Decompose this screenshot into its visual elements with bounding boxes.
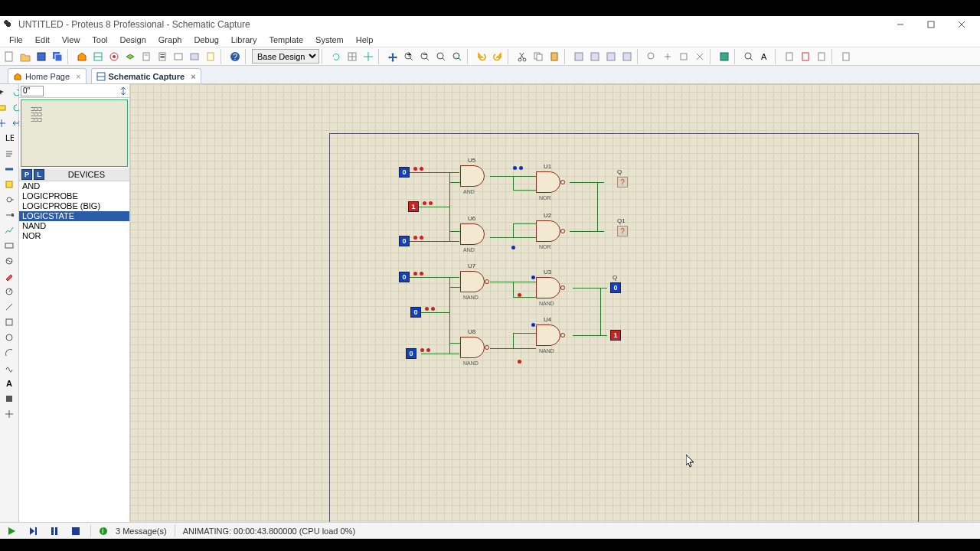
copy-icon[interactable]	[531, 49, 546, 64]
wire-autoroute-icon[interactable]	[717, 49, 732, 64]
redo-icon[interactable]	[490, 49, 505, 64]
bus-mode-icon[interactable]	[2, 162, 16, 176]
text-2d-icon[interactable]: A	[2, 377, 16, 390]
gate-u6[interactable]: U6 AND	[460, 223, 485, 245]
block-delete-icon[interactable]	[619, 49, 635, 64]
probe-mode-icon[interactable]	[2, 269, 16, 283]
gate-u8[interactable]: U8 NAND	[460, 337, 485, 358]
zoom-fit-icon[interactable]	[433, 49, 449, 64]
packaging-icon[interactable]	[676, 49, 691, 64]
save-all-icon[interactable]	[50, 49, 65, 64]
logicstate-input[interactable]: 0	[406, 348, 416, 359]
line-2d-icon[interactable]	[2, 300, 16, 314]
erc-icon[interactable]	[838, 49, 854, 64]
overview-window[interactable]: ⊐⊐⊐⊐⊐⊐⊐⊐⊐	[21, 99, 128, 167]
maximize-button[interactable]	[916, 16, 946, 32]
gate-u1[interactable]: U1 NOR	[536, 171, 560, 193]
tape-mode-icon[interactable]	[2, 239, 16, 253]
gate-u7[interactable]: U7 NAND	[460, 271, 485, 292]
text-script-icon[interactable]	[2, 147, 16, 161]
menu-template[interactable]: Template	[263, 34, 309, 46]
project-icon[interactable]	[187, 49, 202, 64]
pause-button[interactable]	[47, 524, 61, 538]
cut-icon[interactable]	[514, 49, 530, 64]
menu-edit[interactable]: Edit	[29, 34, 56, 46]
menu-library[interactable]: Library	[225, 34, 263, 46]
exit-sheet-icon[interactable]	[814, 49, 829, 64]
new-sheet-icon[interactable]	[782, 49, 797, 64]
circle-2d-icon[interactable]	[2, 331, 16, 344]
device-list-item[interactable]: LOGICPROBE (BIG)	[19, 201, 129, 211]
home-icon[interactable]	[74, 49, 90, 64]
logicstate-input[interactable]: 1	[408, 201, 419, 212]
tab-home[interactable]: Home Page ×	[8, 68, 87, 83]
design-selector[interactable]: Base Design	[252, 49, 319, 64]
device-list-item[interactable]: LOGICSTATE	[19, 211, 129, 221]
open-file-icon[interactable]	[18, 49, 33, 64]
zoom-in-icon[interactable]: +	[401, 49, 416, 64]
minimize-button[interactable]	[885, 16, 916, 32]
menu-view[interactable]: View	[56, 34, 87, 46]
menu-system[interactable]: System	[309, 34, 350, 46]
menu-tool[interactable]: Tool	[86, 34, 113, 46]
block-rotate-icon[interactable]	[603, 49, 619, 64]
menu-debug[interactable]: Debug	[188, 34, 224, 46]
stop-button[interactable]	[69, 524, 83, 538]
path-2d-icon[interactable]	[2, 361, 16, 375]
logicstate-input[interactable]: 0	[399, 167, 410, 178]
arc-2d-icon[interactable]	[2, 346, 16, 360]
logicstate-input[interactable]: 0	[410, 307, 421, 318]
block-move-icon[interactable]	[587, 49, 603, 64]
3d-icon[interactable]	[122, 49, 138, 64]
device-list[interactable]: ANDLOGICPROBELOGICPROBE (BIG)LOGICSTATEN…	[19, 181, 129, 522]
device-list-item[interactable]: AND	[19, 181, 129, 191]
menu-graph[interactable]: Graph	[152, 34, 188, 46]
gate-u4[interactable]: U4 NAND	[536, 324, 560, 346]
logicstate-input[interactable]: 0	[399, 272, 410, 282]
pan-icon[interactable]	[385, 49, 400, 64]
wire-label-mode-icon[interactable]: LBL	[2, 132, 16, 145]
close-icon[interactable]: ×	[76, 72, 80, 81]
device-pin-icon[interactable]	[2, 208, 16, 222]
paste-icon[interactable]	[547, 49, 562, 64]
junction-mode-icon[interactable]	[0, 116, 8, 130]
gate-u5[interactable]: U5 AND	[460, 165, 485, 187]
gerber-icon[interactable]	[139, 49, 154, 64]
step-button[interactable]	[26, 524, 40, 538]
close-button[interactable]	[946, 16, 977, 32]
save-icon[interactable]	[34, 49, 49, 64]
property-assign-icon[interactable]: A	[757, 49, 773, 64]
messages-label[interactable]: 3 Message(s)	[116, 527, 167, 536]
device-list-item[interactable]: NOR	[19, 231, 129, 241]
logicstate-input[interactable]: 0	[399, 236, 410, 246]
terminal-mode-icon[interactable]	[2, 193, 16, 207]
instrument-mode-icon[interactable]	[2, 285, 16, 298]
make-device-icon[interactable]	[660, 49, 675, 64]
marker-2d-icon[interactable]	[2, 407, 16, 421]
block-copy-icon[interactable]	[571, 49, 586, 64]
component-mode-icon[interactable]	[0, 101, 8, 115]
grid-icon[interactable]	[345, 49, 360, 64]
close-icon[interactable]: ×	[191, 72, 195, 81]
pcb-icon[interactable]	[106, 49, 122, 64]
graph-mode-icon[interactable]	[2, 223, 16, 237]
generator-mode-icon[interactable]	[2, 254, 16, 268]
notes-icon[interactable]	[203, 49, 218, 64]
device-list-item[interactable]: LOGICPROBE	[19, 191, 129, 201]
library-button[interactable]: L	[34, 169, 44, 180]
symbol-2d-icon[interactable]	[2, 392, 16, 406]
box-2d-icon[interactable]	[2, 315, 16, 329]
origin-icon[interactable]	[361, 49, 376, 64]
schematic-icon[interactable]	[90, 49, 106, 64]
selection-mode-icon[interactable]	[0, 86, 8, 99]
decompose-icon[interactable]	[692, 49, 707, 64]
menu-help[interactable]: Help	[350, 34, 380, 46]
bom-icon[interactable]: ≡	[155, 49, 170, 64]
device-list-item[interactable]: NAND	[19, 221, 129, 231]
pick-device-button[interactable]: P	[21, 169, 32, 180]
undo-icon[interactable]	[474, 49, 489, 64]
gate-u3[interactable]: U3 NAND	[536, 277, 560, 298]
code-icon[interactable]	[171, 49, 186, 64]
remove-sheet-icon[interactable]	[798, 49, 813, 64]
zoom-area-icon[interactable]	[449, 49, 465, 64]
